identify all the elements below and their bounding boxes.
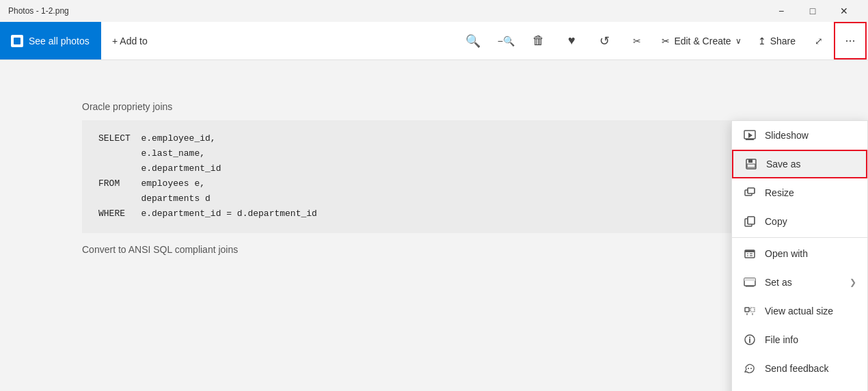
slideshow-label: Slideshow	[765, 130, 856, 141]
zoom-in-button[interactable]: 🔍	[457, 22, 489, 59]
svg-rect-5	[747, 164, 755, 167]
crop-button[interactable]: ✂	[621, 22, 653, 59]
menu-item-slideshow[interactable]: Slideshow	[732, 121, 867, 150]
view-actual-size-label: View actual size	[765, 306, 856, 316]
svg-rect-10	[748, 217, 755, 224]
svg-rect-22	[750, 308, 755, 312]
share-icon: ↥	[758, 36, 766, 46]
code-line-6: WHERE e.department_id = d.department_id	[98, 206, 770, 221]
crop-icon: ✂	[633, 36, 641, 46]
menu-item-file-info[interactable]: File info	[732, 325, 867, 354]
svg-point-28	[748, 368, 749, 369]
menu-separator-1	[732, 237, 867, 238]
svg-rect-4	[748, 159, 752, 163]
more-options-button[interactable]: ···	[834, 22, 867, 59]
main-content: Oracle propriety joins SELECT e.employee…	[0, 60, 868, 391]
svg-marker-2	[748, 133, 752, 138]
send-feedback-label: Send feedback	[765, 363, 856, 374]
window-title: Photos - 1-2.png	[8, 6, 69, 16]
send-feedback-icon	[743, 362, 757, 375]
edit-chevron-icon: ∨	[735, 36, 742, 46]
more-icon: ···	[845, 33, 855, 48]
menu-item-settings[interactable]: Settings	[732, 383, 867, 391]
menu-item-copy[interactable]: Copy	[732, 207, 867, 236]
share-label: Share	[770, 36, 796, 46]
share-button[interactable]: ↥ Share	[750, 22, 804, 59]
menu-item-save-as[interactable]: Save as	[732, 150, 867, 178]
toolbar: See all photos + Add to 🔍 −🔍 🗑 ♥ ↺ ✂ ✂ E…	[0, 22, 868, 60]
fit-button[interactable]: ⤢	[804, 22, 834, 59]
code-line-2: e.last_name,	[98, 146, 770, 161]
svg-rect-21	[745, 308, 749, 312]
actual-size-icon	[743, 304, 757, 318]
photos-icon	[11, 35, 23, 47]
toolbar-actions: 🔍 −🔍 🗑 ♥ ↺ ✂ ✂ Edit & Create ∨ ↥ Share ⤢	[457, 22, 868, 59]
rotate-icon: ↺	[599, 33, 610, 49]
set-as-arrow-icon: ❯	[850, 278, 856, 287]
save-as-label: Save as	[766, 159, 855, 170]
rotate-button[interactable]: ↺	[588, 22, 621, 59]
set-as-icon	[743, 275, 757, 289]
code-block: SELECT e.employee_id, e.last_name, e.dep…	[82, 120, 786, 233]
image-content: Oracle propriety joins SELECT e.employee…	[41, 87, 827, 269]
trash-icon: 🗑	[532, 33, 545, 48]
open-with-icon	[743, 247, 757, 260]
edit-create-button[interactable]: ✂ Edit & Create ∨	[653, 22, 749, 59]
resize-label: Resize	[765, 187, 856, 198]
copy-icon	[743, 215, 757, 228]
file-info-label: File info	[765, 334, 856, 345]
heart-icon: ♥	[568, 33, 575, 48]
menu-item-open-with[interactable]: Open with	[732, 239, 867, 268]
see-all-photos-label: See all photos	[29, 36, 90, 46]
svg-rect-7	[748, 188, 755, 193]
code-line-5: departments d	[98, 191, 770, 206]
close-button[interactable]: ✕	[828, 0, 860, 22]
resize-icon	[743, 186, 757, 200]
code-line-1: SELECT e.employee_id,	[98, 131, 770, 146]
copy-label: Copy	[765, 216, 856, 227]
edit-icon: ✂	[662, 36, 670, 46]
zoom-out-button[interactable]: −🔍	[489, 22, 522, 59]
add-to-button[interactable]: + Add to	[101, 22, 159, 59]
fit-icon: ⤢	[815, 36, 823, 46]
code-line-3: e.department_id	[98, 161, 770, 176]
file-info-icon	[743, 333, 757, 347]
title-bar: Photos - 1-2.png − □ ✕	[0, 0, 868, 22]
save-as-icon	[744, 157, 758, 171]
svg-point-29	[750, 368, 752, 369]
menu-item-view-actual-size[interactable]: View actual size	[732, 297, 867, 325]
delete-button[interactable]: 🗑	[522, 22, 555, 59]
menu-item-send-feedback[interactable]: Send feedback	[732, 354, 867, 383]
minimize-button[interactable]: −	[765, 0, 797, 22]
code-title: Oracle propriety joins	[82, 101, 786, 112]
menu-item-set-as[interactable]: Set as ❯	[732, 268, 867, 297]
svg-rect-19	[744, 278, 755, 281]
maximize-button[interactable]: □	[797, 0, 828, 22]
add-to-label: + Add to	[112, 36, 148, 46]
window-controls: − □ ✕	[765, 0, 860, 22]
see-all-photos-button[interactable]: See all photos	[0, 22, 101, 59]
menu-item-resize[interactable]: Resize	[732, 178, 867, 207]
zoom-in-icon: 🔍	[465, 33, 480, 49]
edit-create-label: Edit & Create	[674, 36, 731, 46]
svg-rect-1	[746, 139, 754, 140]
favorite-button[interactable]: ♥	[555, 22, 588, 59]
open-with-label: Open with	[765, 248, 856, 259]
slideshow-icon	[743, 129, 757, 142]
zoom-out-icon: −🔍	[498, 36, 515, 46]
dropdown-menu: Slideshow Save as Resize	[731, 120, 868, 391]
convert-text: Convert to ANSI SQL compliant joins	[82, 244, 786, 255]
svg-rect-13	[745, 250, 755, 252]
svg-point-27	[749, 337, 750, 338]
svg-rect-20	[746, 286, 754, 287]
set-as-label: Set as	[765, 277, 841, 288]
code-line-4: FROM employees e,	[98, 176, 770, 191]
